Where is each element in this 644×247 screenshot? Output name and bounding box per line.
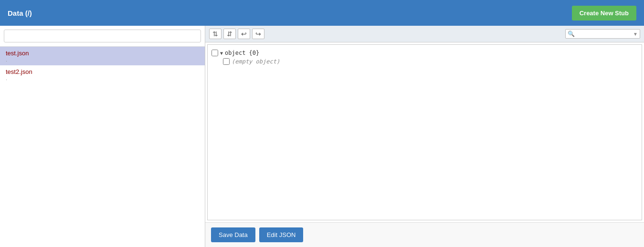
toolbar-search-container: 🔍 ▼ bbox=[565, 29, 640, 39]
save-data-button[interactable]: Save Data bbox=[211, 227, 255, 242]
create-stub-button[interactable]: Create New Stub bbox=[572, 6, 636, 21]
sidebar: test.json . test2.json . bbox=[0, 26, 205, 247]
redo-button[interactable]: ↪ bbox=[252, 29, 264, 39]
root-toggle[interactable]: ▼ bbox=[220, 51, 223, 56]
main-layout: test.json . test2.json . ⇅ ⇵ ↩ ↪ 🔍 ▼ bbox=[0, 26, 644, 247]
undo-button[interactable]: ↩ bbox=[238, 29, 250, 39]
collapse-all-button[interactable]: ⇵ bbox=[223, 29, 236, 39]
empty-checkbox[interactable] bbox=[223, 58, 230, 65]
page-title: Data (/) bbox=[8, 9, 32, 17]
json-empty-row: (empty object) bbox=[211, 57, 638, 66]
edit-json-button[interactable]: Edit JSON bbox=[259, 227, 304, 242]
list-item[interactable]: test.json . bbox=[0, 47, 205, 65]
item-name-2: test2.json bbox=[6, 68, 199, 75]
empty-label: (empty object) bbox=[232, 58, 280, 65]
list-item[interactable]: test2.json . bbox=[0, 65, 205, 84]
action-bar: Save Data Edit JSON bbox=[205, 222, 644, 247]
sidebar-search-container bbox=[0, 26, 205, 47]
json-editor[interactable]: ▼ object {0} (empty object) bbox=[207, 44, 642, 220]
root-checkbox[interactable] bbox=[211, 50, 218, 56]
item-sub-1: . bbox=[6, 57, 199, 62]
editor-toolbar: ⇅ ⇵ ↩ ↪ 🔍 ▼ bbox=[205, 26, 644, 42]
sidebar-list: test.json . test2.json . bbox=[0, 47, 205, 247]
search-input[interactable] bbox=[4, 30, 201, 42]
content-panel: ⇅ ⇵ ↩ ↪ 🔍 ▼ ▼ object {0} (empty object) bbox=[205, 26, 644, 247]
search-icon: 🔍 bbox=[568, 31, 575, 37]
expand-all-button[interactable]: ⇅ bbox=[209, 29, 222, 39]
root-label: object {0} bbox=[225, 50, 259, 56]
header-bar: Data (/) Create New Stub bbox=[0, 0, 644, 26]
json-root-row: ▼ object {0} bbox=[211, 49, 638, 57]
toolbar-search-input[interactable] bbox=[575, 31, 632, 37]
chevron-down-icon[interactable]: ▼ bbox=[633, 31, 638, 37]
item-name-1: test.json bbox=[6, 50, 199, 57]
item-sub-2: . bbox=[6, 75, 199, 81]
